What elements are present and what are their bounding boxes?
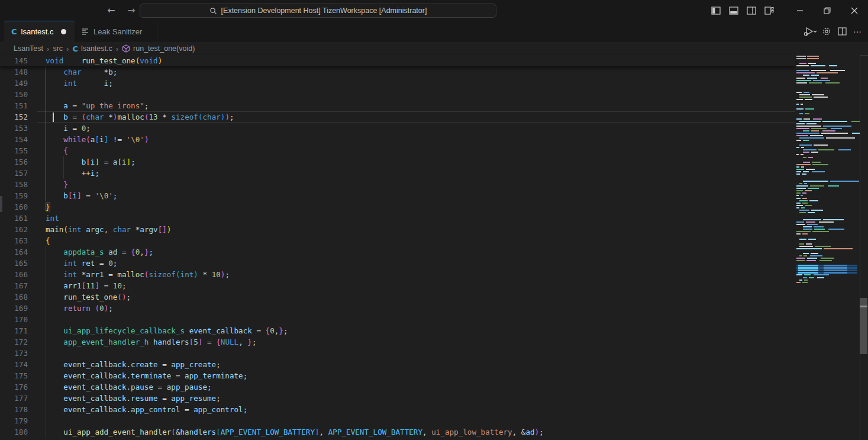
line-number[interactable]: 150: [0, 89, 28, 100]
code-line-173[interactable]: 173: [0, 348, 795, 359]
code-line-175[interactable]: 175 event_callback.terminate = app_termi…: [0, 370, 795, 381]
code-text: {: [46, 235, 50, 246]
minimap[interactable]: [795, 55, 860, 440]
line-number[interactable]: 178: [0, 404, 28, 415]
command-center[interactable]: [Extension Development Host] TizenWorksp…: [140, 4, 496, 18]
breadcrumb-item-run-test-one-void-[interactable]: run_test_one(void): [122, 44, 195, 53]
minimap-line: [799, 246, 813, 247]
toggle-panel-button[interactable]: [725, 0, 743, 21]
run-or-debug-button[interactable]: [802, 24, 818, 38]
code-line-164[interactable]: 164 appdata_s ad = {0,};: [0, 246, 795, 258]
line-number[interactable]: 175: [0, 370, 28, 381]
line-number[interactable]: 170: [0, 314, 28, 325]
line-number[interactable]: 168: [0, 291, 28, 303]
line-number[interactable]: 152: [0, 111, 28, 123]
split-editor-button[interactable]: [835, 24, 849, 38]
line-number[interactable]: 162: [0, 224, 28, 235]
line-number[interactable]: 145: [0, 55, 28, 66]
line-number[interactable]: 164: [0, 246, 28, 258]
tab-leak-sanitizer[interactable]: Leak Sanitizer: [75, 21, 157, 42]
line-number[interactable]: 160: [0, 201, 28, 213]
code-text: ui_app_add_event_handler(&handlers[APP_E…: [46, 426, 544, 438]
code-line-180[interactable]: 180 ui_app_add_event_handler(&handlers[A…: [0, 426, 795, 438]
close-button[interactable]: [841, 0, 868, 21]
line-number[interactable]: 179: [0, 415, 28, 426]
code-line-171[interactable]: 171 ui_app_lifecycle_callback_s event_ca…: [0, 325, 795, 336]
line-number[interactable]: 163: [0, 235, 28, 246]
vertical-scrollbar[interactable]: [860, 55, 868, 440]
minimap-line: [796, 72, 815, 73]
code-line-176[interactable]: 176 event_callback.pause = app_pause;: [0, 381, 795, 393]
line-number[interactable]: 174: [0, 359, 28, 370]
code-editor[interactable]: 145void run_test_one(void) 148 char *b;1…: [0, 55, 868, 440]
code-line-177[interactable]: 177 event_callback.resume = app_resume;: [0, 393, 795, 404]
breadcrumb-item-lsantest-c[interactable]: Clsantest.c: [72, 44, 112, 53]
line-number[interactable]: 156: [0, 156, 28, 168]
nav-back-button[interactable]: ←: [104, 4, 118, 18]
minimap-line: [796, 154, 799, 155]
code-line-159[interactable]: 159 b[i] = '\0';: [0, 190, 795, 201]
code-line-156[interactable]: 156 b[i] = a[i];: [0, 156, 795, 168]
line-number[interactable]: 154: [0, 134, 28, 145]
code-line-162[interactable]: 162main(int argc, char *argv[]): [0, 224, 795, 235]
nav-forward-button[interactable]: →: [124, 4, 138, 18]
line-number[interactable]: 157: [0, 168, 28, 179]
code-line-155[interactable]: 155 {: [0, 145, 795, 156]
minimap-line: [812, 164, 828, 165]
code-line-161[interactable]: 161int: [0, 213, 795, 224]
line-number[interactable]: 169: [0, 303, 28, 314]
line-number[interactable]: 151: [0, 100, 28, 111]
code-line-169[interactable]: 169 return (0);: [0, 303, 795, 314]
line-number[interactable]: 155: [0, 145, 28, 156]
tab-lsantest-c[interactable]: Clsantest.c: [4, 21, 75, 42]
code-line-174[interactable]: 174 event_callback.create = app_create;: [0, 359, 795, 370]
code-line-168[interactable]: 168 run_test_one();: [0, 291, 795, 303]
code-line-153[interactable]: 153 i = 0;: [0, 123, 795, 134]
line-number[interactable]: 167: [0, 280, 28, 291]
restore-button[interactable]: [814, 0, 841, 21]
line-number[interactable]: 158: [0, 179, 28, 190]
line-number[interactable]: 165: [0, 258, 28, 269]
line-number[interactable]: 177: [0, 393, 28, 404]
line-number[interactable]: 171: [0, 325, 28, 336]
code-line-178[interactable]: 178 event_callback.app_control = app_con…: [0, 404, 795, 415]
line-number[interactable]: 166: [0, 269, 28, 280]
code-line-170[interactable]: 170: [0, 314, 795, 325]
line-number[interactable]: 172: [0, 336, 28, 348]
line-number[interactable]: 148: [0, 66, 28, 78]
code-line-150[interactable]: 150: [0, 89, 795, 100]
code-line-152[interactable]: 152 b = (char *)malloc(13 * sizeof(char)…: [0, 111, 795, 123]
code-line-160[interactable]: 160}: [0, 201, 795, 213]
line-number[interactable]: 176: [0, 381, 28, 393]
toggle-primary-sidebar-button[interactable]: [707, 0, 725, 21]
code-line-158[interactable]: 158 }: [0, 179, 795, 190]
line-number[interactable]: 159: [0, 190, 28, 201]
code-text: while(a[i] != '\0'): [46, 134, 149, 145]
line-number[interactable]: 149: [0, 78, 28, 89]
line-number[interactable]: 153: [0, 123, 28, 134]
customize-layout-button[interactable]: [760, 0, 778, 21]
breadcrumb-item-lsantest[interactable]: LsanTest: [14, 44, 43, 53]
line-number[interactable]: 161: [0, 213, 28, 224]
code-line-149[interactable]: 149 int i;: [0, 78, 795, 89]
code-line-166[interactable]: 166 int *arr1 = malloc(sizeof(int) * 10)…: [0, 269, 795, 280]
code-line-163[interactable]: 163{: [0, 235, 795, 246]
minimap-line: [796, 70, 809, 71]
breadcrumb-label: LsanTest: [14, 44, 43, 53]
more-actions-button[interactable]: ···: [850, 24, 864, 38]
sticky-scroll-line[interactable]: 145void run_test_one(void): [0, 55, 795, 67]
code-line-151[interactable]: 151 a = "up the irons";: [0, 100, 795, 111]
code-line-179[interactable]: 179: [0, 415, 795, 426]
breadcrumb-item-src[interactable]: src: [53, 44, 63, 53]
toggle-secondary-sidebar-button[interactable]: [743, 0, 760, 21]
code-line-172[interactable]: 172 app_event_handler_h handlers[5] = {N…: [0, 336, 795, 348]
code-line-167[interactable]: 167 arr1[11] = 10;: [0, 280, 795, 291]
line-number[interactable]: 173: [0, 348, 28, 359]
minimize-button[interactable]: [786, 0, 814, 21]
line-number[interactable]: 180: [0, 426, 28, 438]
code-line-165[interactable]: 165 int ret = 0;: [0, 258, 795, 269]
code-line-157[interactable]: 157 ++i;: [0, 168, 795, 179]
code-line-148[interactable]: 148 char *b;: [0, 66, 795, 78]
code-line-154[interactable]: 154 while(a[i] != '\0'): [0, 134, 795, 145]
settings-gear-button[interactable]: [819, 24, 834, 38]
